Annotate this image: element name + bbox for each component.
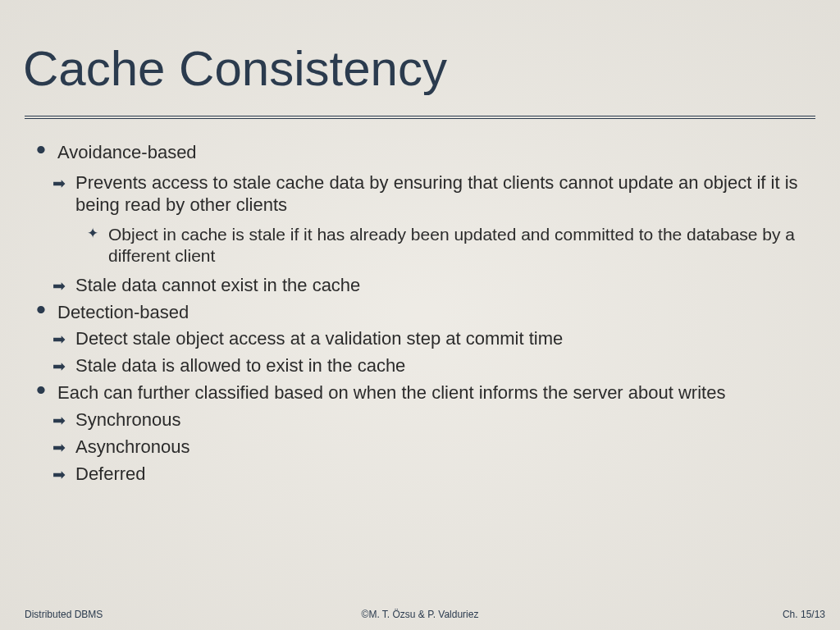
arrow-icon: ➡ (52, 276, 66, 295)
arrow-icon: ➡ (52, 330, 66, 349)
bullet-text: Detection-based (57, 302, 189, 322)
subpoint-asynchronous: ➡ Asynchronous (52, 436, 815, 459)
bullet-detection: • Detection-based (38, 302, 815, 324)
slide-title: Cache Consistency (0, 0, 840, 94)
subsubpoint-stale-def: ✦ Object in cache is stale if it has alr… (87, 224, 815, 266)
subpoint-detect: ➡ Detect stale object access at a valida… (52, 328, 815, 350)
subpoint-text: Stale data is allowed to exist in the ca… (75, 355, 405, 376)
slide: Cache Consistency • Avoidance-based ➡ Pr… (0, 0, 840, 630)
subpoint-prevents: ➡ Prevents access to stale cache data by… (52, 172, 815, 217)
bullet-dot-icon: • (36, 376, 46, 404)
bullet-text: Each can further classified based on whe… (57, 382, 725, 403)
arrow-icon: ➡ (52, 411, 66, 430)
subpoint-text: Prevents access to stale cache data by e… (75, 172, 798, 215)
subpoint-stale-cannot: ➡ Stale data cannot exist in the cache (52, 275, 815, 297)
arrow-icon: ➡ (52, 438, 66, 457)
subpoint-synchronous: ➡ Synchronous (52, 409, 815, 431)
subpoint-stale-allowed: ➡ Stale data is allowed to exist in the … (52, 355, 815, 377)
subpoint-deferred: ➡ Deferred (52, 463, 815, 486)
diamond-icon: ✦ (87, 226, 98, 243)
arrow-icon: ➡ (52, 357, 66, 376)
arrow-icon: ➡ (52, 174, 66, 193)
subpoint-text: Stale data cannot exist in the cache (75, 275, 360, 295)
subpoint-text: Asynchronous (75, 436, 189, 457)
footer-center: ©M. T. Özsu & P. Valduriez (0, 609, 840, 620)
subpoint-text: Deferred (75, 463, 146, 484)
slide-body: • Avoidance-based ➡ Prevents access to s… (0, 119, 840, 485)
footer-right: Ch. 15/13 (783, 609, 825, 620)
subsubpoint-text: Object in cache is stale if it has alrea… (108, 225, 795, 265)
bullet-dot-icon: • (36, 295, 46, 323)
arrow-icon: ➡ (52, 465, 66, 484)
bullet-text: Avoidance-based (57, 142, 197, 162)
subpoint-text: Detect stale object access at a validati… (75, 328, 563, 349)
bullet-avoidance: • Avoidance-based (38, 142, 815, 164)
bullet-classification: • Each can further classified based on w… (38, 382, 815, 404)
bullet-dot-icon: • (36, 135, 46, 163)
subpoint-text: Synchronous (75, 409, 180, 430)
